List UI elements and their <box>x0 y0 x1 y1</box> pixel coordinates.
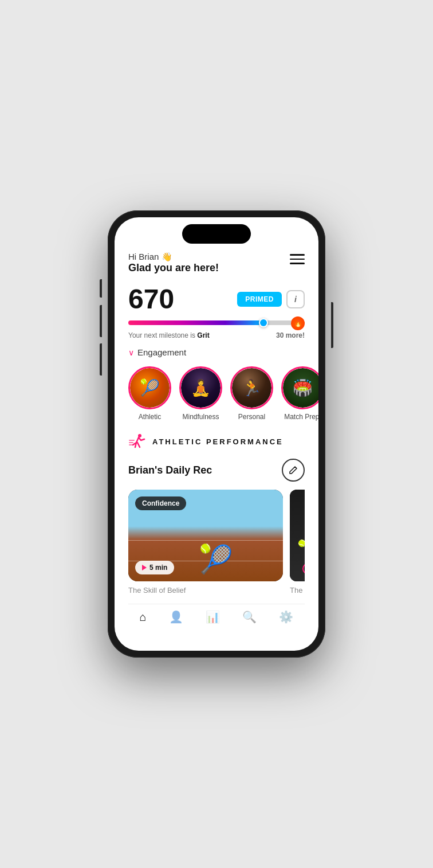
category-label-mindfulness: Mindfulness <box>182 413 219 421</box>
video-card-mini[interactable]: H 🎾 🟡 <box>290 490 305 581</box>
hamburger-line-3 <box>290 263 305 264</box>
menu-button[interactable] <box>290 252 305 264</box>
milestone-bold: Grit <box>197 331 209 339</box>
dynamic-island <box>182 224 251 244</box>
category-circle-mindfulness: 🧘 <box>179 366 222 409</box>
score-row: 670 PRIMED i <box>128 286 305 313</box>
home-icon: ⌂ <box>140 611 147 624</box>
category-circle-athletic: 🎾 <box>128 366 171 409</box>
player-figure: 🎾 <box>199 544 233 576</box>
engagement-label: Engagement <box>137 347 186 357</box>
score-badges: PRIMED i <box>237 290 305 308</box>
mute-button[interactable] <box>100 279 102 298</box>
video-duration: 5 min <box>149 564 167 572</box>
milestone-row: Your next milestone is Grit 30 more! <box>128 331 305 339</box>
video-scroll: 🎾 Confidence 5 min H 🎾 <box>128 490 305 581</box>
edit-button[interactable] <box>282 459 305 482</box>
phone-frame: Hi Brian 👋 Glad you are here! 670 PRIMED… <box>108 210 325 658</box>
category-label-matchprep: Match Prep. <box>284 413 318 421</box>
nav-item-search[interactable]: 🔍 <box>242 610 257 624</box>
score-section: 670 PRIMED i 🔥 Your next milestone is Gr… <box>115 286 318 357</box>
category-label-athletic: Athletic <box>139 413 161 421</box>
greeting-line1: Hi Brian 👋 <box>128 252 219 262</box>
milestone-text: Your next milestone is Grit <box>128 331 210 339</box>
greeting-section: Hi Brian 👋 Glad you are here! <box>128 252 219 274</box>
category-circle-matchprep: 🏟️ <box>281 366 318 409</box>
play-button[interactable]: 5 min <box>135 561 174 574</box>
progress-bar: 🔥 <box>128 319 305 327</box>
volume-up-button[interactable] <box>100 305 102 337</box>
volume-down-button[interactable] <box>100 343 102 376</box>
video-subtitle-mini: The <box>290 586 318 595</box>
confidence-tag: Confidence <box>135 496 186 510</box>
power-button[interactable] <box>331 302 333 348</box>
racket-icon: 🎾 <box>296 530 305 564</box>
play-triangle-icon <box>142 565 147 570</box>
video-subtitle-main: The Skill of Belief <box>128 586 283 595</box>
score-number: 670 <box>128 286 174 313</box>
app-header: Hi Brian 👋 Glad you are here! <box>115 252 318 274</box>
search-icon: 🔍 <box>242 610 257 624</box>
category-item-personal[interactable]: 🏃 Personal <box>230 366 273 421</box>
nav-item-home[interactable]: ⌂ <box>140 611 147 624</box>
mini-play-button[interactable] <box>302 563 305 574</box>
bottom-nav: ⌂ 👤 📊 🔍 ⚙️ <box>128 604 305 633</box>
nav-item-settings[interactable]: ⚙️ <box>279 610 293 624</box>
categories-scroll: 🎾 Athletic 🧘 Mindfulness <box>115 366 318 421</box>
category-item-athletic[interactable]: 🎾 Athletic <box>128 366 171 421</box>
ap-title: ATHLETIC PERFORMANCE <box>152 437 284 446</box>
category-circle-personal: 🏃 <box>230 366 273 409</box>
daily-rec-title: Brian's Daily Rec <box>128 464 212 476</box>
nav-item-profile[interactable]: 👤 <box>169 610 183 624</box>
running-icon <box>128 432 147 451</box>
category-item-mindfulness[interactable]: 🧘 Mindfulness <box>179 366 222 421</box>
chevron-down-icon: ∨ <box>128 348 134 357</box>
milestone-more: 30 more! <box>276 331 305 339</box>
video-subtitles: The Skill of Belief The <box>128 581 305 595</box>
hamburger-line-2 <box>290 259 305 260</box>
athletic-performance-section: ATHLETIC PERFORMANCE Brian's Daily Rec <box>115 432 318 633</box>
hamburger-line-1 <box>290 254 305 256</box>
video-card-main[interactable]: 🎾 Confidence 5 min <box>128 490 283 581</box>
progress-track <box>128 320 305 325</box>
primed-badge[interactable]: PRIMED <box>237 292 282 307</box>
nav-item-chart[interactable]: 📊 <box>206 610 220 624</box>
category-label-personal: Personal <box>238 413 265 421</box>
progress-thumb <box>259 318 268 327</box>
engagement-dropdown[interactable]: ∨ Engagement <box>128 347 305 357</box>
daily-rec-header: Brian's Daily Rec <box>128 459 305 482</box>
chart-icon: 📊 <box>206 610 220 624</box>
ap-header: ATHLETIC PERFORMANCE <box>128 432 305 451</box>
fire-icon: 🔥 <box>291 316 305 330</box>
category-item-matchprep[interactable]: 🏟️ Match Prep. <box>281 366 318 421</box>
screen-content: Hi Brian 👋 Glad you are here! 670 PRIMED… <box>115 217 318 651</box>
video-thumbnail-mini: H 🎾 🟡 <box>290 490 305 581</box>
info-button[interactable]: i <box>286 290 305 308</box>
greeting-line2: Glad you are here! <box>128 262 219 274</box>
phone-screen: Hi Brian 👋 Glad you are here! 670 PRIMED… <box>115 217 318 651</box>
settings-icon: ⚙️ <box>279 610 293 624</box>
profile-icon: 👤 <box>169 610 183 624</box>
